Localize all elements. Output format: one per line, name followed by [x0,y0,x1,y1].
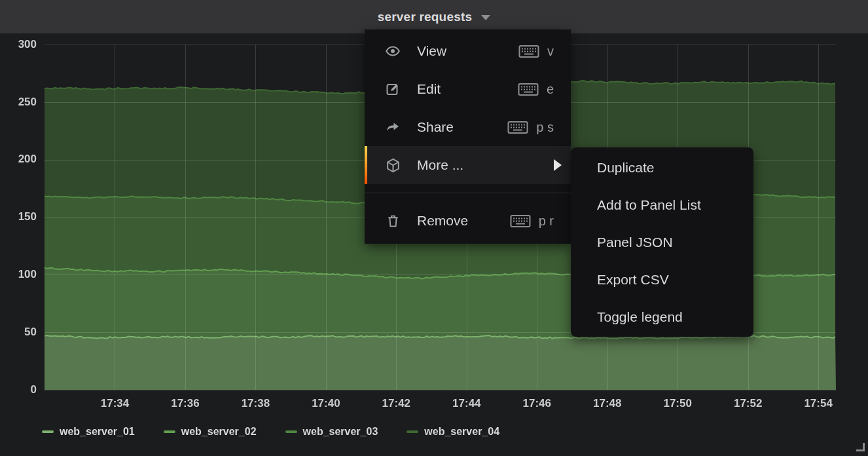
menu-divider [365,193,571,193]
menu-item-label: Remove [417,213,510,229]
shortcut-keys: v [547,44,554,59]
resize-handle-icon[interactable] [856,443,865,451]
submenu-item-add-to-panel-list[interactable]: Add to Panel List [571,186,753,223]
legend-swatch [407,430,418,433]
menu-item-share[interactable]: Share p s [365,108,571,146]
shortcut: v [518,44,554,59]
keyboard-icon [518,45,539,58]
shortcut: p s [507,120,554,135]
menu-item-label: Edit [417,81,518,97]
legend-label[interactable]: web_server_03 [303,426,378,438]
legend-item-web-server-03[interactable]: web_server_03 [285,426,378,438]
menu-item-remove[interactable]: Remove p r [365,202,571,240]
edit-icon [384,81,401,98]
shortcut: e [518,82,554,97]
legend-item-web-server-01[interactable]: web_server_01 [42,426,135,438]
keyboard-icon [507,121,528,134]
chevron-down-icon [481,15,490,20]
eye-icon [384,43,401,60]
shortcut: p r [510,214,554,229]
grafana-panel: server requests web_server_01 web_server… [0,0,868,456]
cube-icon [384,157,401,174]
legend-label[interactable]: web_server_02 [181,426,257,438]
hover-accent-bar [365,146,367,184]
menu-item-label: More ... [417,157,554,173]
share-icon [384,119,401,136]
legend-item-web-server-04[interactable]: web_server_04 [407,426,499,438]
menu-item-label: Share [417,119,507,135]
legend-label[interactable]: web_server_04 [424,426,499,438]
panel-title[interactable]: server requests [378,10,473,24]
keyboard-icon [518,83,539,96]
shortcut-keys: p s [536,120,554,135]
submenu-arrow-icon [554,159,562,171]
menu-item-edit[interactable]: Edit e [365,70,571,108]
menu-item-label: View [417,43,518,59]
submenu-item-export-csv[interactable]: Export CSV [571,261,753,298]
trash-icon [384,212,401,229]
menu-item-more[interactable]: More ... [365,146,571,184]
submenu-item-toggle-legend[interactable]: Toggle legend [571,298,753,335]
menu-item-view[interactable]: View v [365,32,571,70]
shortcut-keys: p r [539,214,554,229]
legend: web_server_01 web_server_02 web_server_0… [42,426,528,438]
legend-swatch [42,430,54,433]
submenu-item-duplicate[interactable]: Duplicate [571,149,753,186]
panel-header[interactable]: server requests [0,0,868,33]
submenu-item-panel-json[interactable]: Panel JSON [571,223,753,261]
more-submenu: Duplicate Add to Panel List Panel JSON E… [571,147,753,337]
legend-swatch [285,430,297,433]
legend-label[interactable]: web_server_01 [60,426,135,438]
panel-menu: View v Edit e Share [365,29,571,244]
legend-item-web-server-02[interactable]: web_server_02 [164,426,257,438]
legend-swatch [164,430,175,433]
shortcut-keys: e [547,82,554,97]
keyboard-icon [510,214,531,228]
